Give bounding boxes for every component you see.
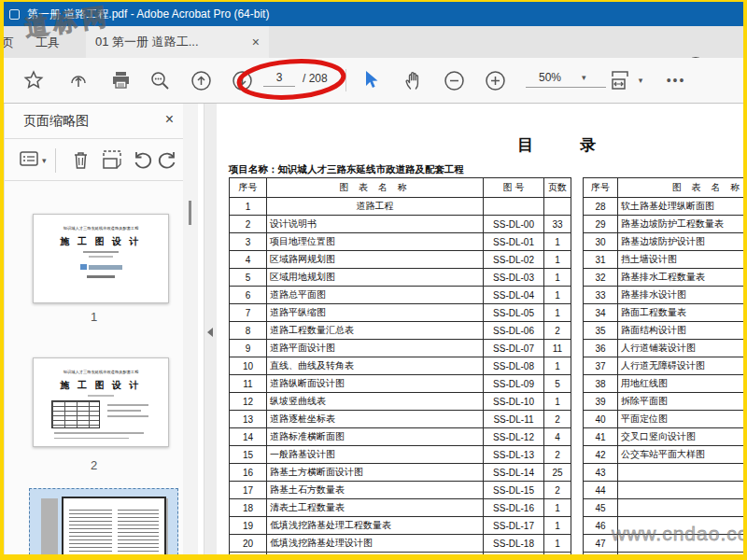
previous-page-icon[interactable] — [189, 58, 213, 103]
toc-mini-page — [62, 497, 166, 555]
table-cell: 43 — [584, 464, 618, 482]
table-cell: 1 — [544, 553, 571, 555]
table-cell: 挡土墙设计图 — [618, 251, 744, 269]
table-cell: 9 — [230, 340, 267, 357]
table-cell: 44 — [584, 482, 618, 499]
table-cell: 34 — [584, 304, 618, 322]
table-cell: 1 — [544, 357, 571, 375]
table-cell — [618, 482, 744, 499]
favorites-star-icon[interactable] — [22, 58, 45, 103]
print-icon[interactable] — [109, 58, 132, 103]
table-cell: 道路工程数量汇总表 — [267, 322, 484, 340]
fit-options-chevron-icon[interactable]: ▾ — [635, 58, 646, 103]
table-cell: 拆除平面图 — [618, 393, 744, 411]
table-cell: 37 — [584, 357, 618, 375]
table-cell: 19 — [230, 517, 267, 535]
table-cell: 13 — [230, 411, 267, 428]
table-row: 16路基土方横断面设计图SS-DL-1425 — [230, 464, 571, 482]
table-cell: 道路平纵缩图 — [267, 304, 484, 322]
table-row: 29路基边坡防护工程数量表 — [584, 216, 744, 233]
table-cell: 28 — [584, 198, 618, 216]
table-cell: SS-DL-18 — [484, 535, 544, 553]
table-cell: 1 — [544, 233, 571, 251]
table-cell: 路面工程数量表 — [618, 304, 744, 322]
table-row: 46 — [584, 517, 744, 535]
table-cell: SS-DL-16 — [484, 499, 544, 517]
table-cell: 项目地理位置图 — [267, 233, 484, 251]
table-row: 13道路逐桩坐标表SS-DL-112 — [230, 411, 571, 428]
tab-close-icon[interactable]: × — [252, 35, 260, 49]
panel-splitter[interactable] — [204, 104, 217, 554]
page-thumbnail-1[interactable]: 知识城人才三路东延线市政道路及配套工程 施 工 图 设 计 — [33, 214, 169, 303]
rotate-clockwise-icon[interactable] — [158, 150, 178, 171]
table-cell: 33 — [544, 216, 571, 233]
rotate-counterclockwise-icon[interactable] — [132, 150, 152, 171]
table-cell — [544, 198, 571, 216]
page-thumbnail-3-selected[interactable] — [29, 488, 178, 555]
table-cell: 6 — [230, 287, 267, 304]
cover-title: 施 工 图 设 计 — [34, 379, 168, 392]
table-cell: 14 — [230, 428, 267, 446]
scrollbar-thumb[interactable] — [189, 201, 191, 225]
column-header: 图 号 — [484, 178, 544, 198]
more-tools-icon[interactable]: ••• — [659, 58, 693, 103]
table-cell: 1 — [544, 535, 571, 553]
select-tool-icon[interactable] — [360, 58, 381, 103]
column-header: 序号 — [584, 178, 618, 198]
search-icon[interactable] — [148, 58, 172, 103]
table-cell: 2 — [544, 322, 571, 340]
table-cell: 47 — [584, 535, 618, 553]
delete-pages-trash-icon[interactable] — [72, 150, 90, 170]
table-cell: 1 — [544, 287, 571, 304]
table-cell: SS-DL-07 — [484, 340, 544, 357]
next-page-icon[interactable] — [230, 58, 254, 103]
table-cell: 路基排水工程数量表 — [618, 269, 744, 287]
crop-pages-icon[interactable] — [102, 150, 122, 170]
thumbnail-options-chevron-icon[interactable]: ▾ — [42, 156, 47, 165]
zoom-level-dropdown[interactable]: 50% ▾ — [526, 71, 606, 88]
share-upload-icon[interactable] — [67, 58, 90, 103]
table-cell: 2 — [230, 216, 267, 233]
table-cell: SS-DL-04 — [484, 287, 544, 304]
table-row: 39拆除平面图 — [584, 393, 744, 411]
column-header: 页数 — [544, 178, 571, 198]
table-row: 10直线、曲线及转角表SS-DL-081 — [230, 357, 571, 375]
table-cell: 区域路网规划图 — [267, 251, 484, 269]
hand-tool-icon[interactable] — [402, 58, 426, 103]
table-row: 30路基边坡防护设计图 — [584, 233, 744, 251]
table-row: 42公交车站平面大样图 — [584, 446, 744, 464]
table-cell: 5 — [544, 375, 571, 393]
thumbnails-scrollbar[interactable] — [183, 104, 198, 554]
fit-width-icon[interactable] — [609, 58, 631, 103]
tab-tools[interactable]: 工具 — [35, 35, 60, 51]
document-page[interactable]: 目录 项目名称：知识城人才三路东延线市政道路及配套工程 序号图 表 名 称图 号… — [217, 104, 743, 554]
table-cell: 交叉口竖向设计图 — [618, 428, 744, 446]
table-cell: 5 — [230, 269, 267, 287]
zoom-in-icon[interactable] — [483, 58, 507, 103]
table-row: 40平面定位图 — [584, 411, 744, 428]
page-number-field[interactable]: 3 / 208 — [263, 71, 328, 87]
table-cell: SS-DL-14 — [484, 464, 544, 482]
table-row: 45 — [584, 499, 744, 517]
table-row: 12纵坡竖曲线表SS-DL-101 — [230, 393, 571, 411]
collapse-panel-arrow-icon[interactable] — [207, 328, 213, 337]
table-cell: 人行道无障碍设计图 — [618, 357, 744, 375]
table-cell: 路基边坡防护设计图 — [618, 233, 744, 251]
table-row: 9道路平面设计图SS-DL-0711 — [230, 340, 571, 357]
thumbnail-options-icon[interactable] — [20, 150, 38, 167]
table-row: 36人行道铺装设计图 — [584, 340, 744, 357]
table-cell: SS-DL-00 — [484, 216, 544, 233]
zoom-out-icon[interactable] — [442, 58, 466, 103]
tab-home[interactable]: 页 — [2, 35, 19, 51]
table-cell: 40 — [584, 411, 618, 428]
panel-close-icon[interactable]: × — [165, 111, 174, 128]
table-row: 37人行道无障碍设计图 — [584, 357, 744, 375]
table-cell: 人行道铺装设计图 — [618, 340, 744, 357]
table-cell — [618, 464, 744, 482]
table-row: 38用地红线图 — [584, 375, 744, 393]
table-row: 20低填浅挖路基处理设计图SS-DL-181 — [230, 535, 571, 553]
page-thumbnail-2[interactable]: 知识城人才三路东延线市政道路及配套工程 施 工 图 设 计 — [33, 357, 169, 447]
page-number-input[interactable]: 3 — [263, 71, 295, 87]
table-header-row: 序号图 表 名 称图 号页数 — [230, 178, 571, 198]
tab-document[interactable]: 01 第一册 道路工... × — [86, 26, 269, 58]
